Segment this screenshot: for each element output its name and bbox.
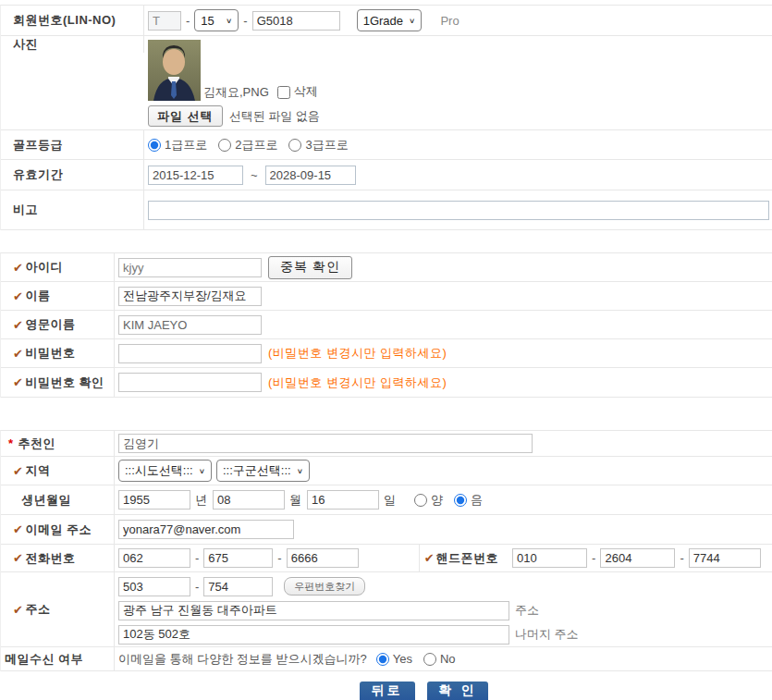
password-note: (비밀번호 변경시만 입력하세요): [268, 345, 447, 362]
mobile-part3-field[interactable]: [689, 548, 761, 568]
referrer-field[interactable]: [118, 434, 533, 453]
photo-filename: 김재요,PNG: [203, 84, 269, 101]
golf-grade1-label: 1급프로: [165, 137, 207, 154]
file-select-button[interactable]: 파일 선택: [148, 105, 223, 127]
required-check-icon: ✔: [13, 318, 23, 332]
month-unit: 월: [289, 492, 301, 509]
id-row: ✔ 아이디 중복 확인: [1, 253, 772, 282]
mail-yes-radio[interactable]: [376, 653, 389, 666]
phone-label: ✔ 전화번호: [1, 545, 115, 571]
tilde-separator: ~: [251, 168, 258, 182]
confirm-button[interactable]: 확 인: [427, 682, 489, 700]
validity-row: 유효기간 ~: [1, 160, 772, 190]
eng-name-label: ✔ 영문이름: [1, 311, 115, 338]
validity-to-field[interactable]: [265, 166, 356, 185]
required-check-icon: ✔: [13, 261, 23, 275]
grade-value: 1Grade: [363, 14, 403, 28]
golf-grade2-radio[interactable]: [218, 139, 231, 152]
phone-label-text: 전화번호: [25, 550, 75, 567]
dash-separator: -: [592, 551, 595, 565]
sido-select[interactable]: :::시도선택::: ∨: [118, 460, 212, 482]
grade-select[interactable]: 1Grade ∨: [357, 9, 423, 31]
validity-label: 유효기간: [1, 160, 144, 190]
email-row: ✔ 이메일 주소: [1, 515, 772, 545]
pro-text: Pro: [440, 14, 459, 28]
region-label-text: 지역: [25, 462, 50, 479]
email-field[interactable]: [118, 520, 294, 539]
phone-part2-field[interactable]: [203, 548, 273, 568]
validity-from-field[interactable]: [148, 166, 243, 185]
id-field[interactable]: [118, 258, 262, 277]
gugun-select[interactable]: :::구군선택::: ∨: [216, 460, 310, 482]
password-label-text: 비밀번호: [25, 345, 75, 362]
mail-opt-row: 메일수신 여부 이메일을 통해 다양한 정보를 받으시겠습니까? Yes No: [1, 647, 772, 671]
password-confirm-field[interactable]: [118, 373, 262, 392]
name-field[interactable]: [118, 287, 262, 306]
chevron-down-icon: ∨: [199, 467, 205, 475]
photo-label: 사진: [1, 36, 144, 53]
birth-year-field[interactable]: [118, 490, 190, 510]
dash-separator: -: [195, 551, 199, 565]
phone-row: ✔ 전화번호 - - ✔ 핸드폰번호 - -: [1, 545, 772, 572]
member-no-part1-field[interactable]: [148, 11, 181, 31]
required-check-icon: ✔: [13, 464, 23, 478]
birth-month-field[interactable]: [213, 490, 285, 510]
eng-name-field[interactable]: [118, 315, 262, 335]
member-no-part2-select[interactable]: 15 ∨: [194, 9, 239, 31]
required-check-icon: ✔: [13, 603, 23, 617]
golf-grade-row: 골프등급 1급프로 2급프로 3급프로: [1, 130, 772, 160]
zip2-field[interactable]: [203, 577, 273, 596]
mobile-part1-field[interactable]: [512, 548, 587, 568]
birth-day-field[interactable]: [307, 490, 379, 510]
back-button[interactable]: 뒤로: [360, 682, 415, 700]
sido-value: :::시도선택:::: [125, 462, 193, 479]
photo-delete-checkbox[interactable]: [277, 86, 290, 99]
address1-field[interactable]: [118, 601, 509, 620]
gugun-value: :::구군선택:::: [223, 462, 291, 479]
member-no-row: 회원번호(LIN-NO) - 15 ∨ - 1Grade ∨ Pro: [1, 6, 772, 36]
details-table: * 추천인 ✔ 지역 :::시도선택::: ∨ :::구군선택::: ∨ 생년월…: [0, 430, 772, 671]
photo-delete-label: 삭제: [294, 83, 318, 100]
note-label: 비고: [1, 190, 144, 229]
password-label: ✔ 비밀번호: [1, 339, 115, 367]
required-check-icon: ✔: [13, 522, 23, 536]
password-confirm-row: ✔ 비밀번호 확인 (비밀번호 변경시만 입력하세요): [1, 368, 772, 398]
password-confirm-label: ✔ 비밀번호 확인: [1, 368, 115, 397]
zip-search-button[interactable]: 우편번호찾기: [284, 577, 365, 596]
address2-field[interactable]: [118, 625, 509, 645]
mobile-part2-field[interactable]: [600, 548, 675, 568]
address-row: ✔ 주소 - 우편번호찾기 주소 나머지 주소: [1, 572, 772, 647]
chevron-down-icon: ∨: [409, 17, 415, 25]
email-label: ✔ 이메일 주소: [1, 515, 115, 544]
member-photo: [148, 40, 201, 101]
note-field[interactable]: [148, 201, 769, 220]
golf-grade3-radio[interactable]: [288, 139, 301, 152]
required-asterisk: *: [8, 436, 14, 450]
lunar-radio[interactable]: [454, 494, 467, 507]
password-confirm-label-text: 비밀번호 확인: [25, 375, 104, 391]
zip1-field[interactable]: [118, 577, 190, 596]
member-basic-table: 회원번호(LIN-NO) - 15 ∨ - 1Grade ∨ Pro 사진: [0, 5, 772, 230]
region-row: ✔ 지역 :::시도선택::: ∨ :::구군선택::: ∨: [1, 457, 772, 485]
mail-no-radio[interactable]: [423, 653, 436, 666]
golf-grade2-label: 2급프로: [235, 137, 277, 154]
password-field[interactable]: [118, 344, 262, 363]
required-check-icon: ✔: [13, 375, 23, 389]
solar-radio[interactable]: [414, 494, 427, 507]
phone-part1-field[interactable]: [118, 548, 190, 568]
member-no-part3-field[interactable]: [252, 11, 340, 31]
member-no-label: 회원번호(LIN-NO): [1, 6, 144, 35]
mail-opt-question: 이메일을 통해 다양한 정보를 받으시겠습니까?: [118, 651, 367, 668]
referrer-label-text: 추천인: [18, 436, 56, 452]
photo-row: 사진 김재요,PNG 삭제: [1, 36, 772, 130]
golf-grade1-radio[interactable]: [148, 139, 161, 152]
birth-label: 생년월일: [1, 485, 115, 514]
dash-separator: -: [680, 551, 683, 565]
cell-divider: [419, 545, 420, 571]
id-label-text: 아이디: [25, 259, 63, 276]
dash-separator: -: [186, 14, 190, 28]
dash-separator: -: [277, 551, 281, 565]
lunar-label: 음: [471, 492, 483, 509]
duplicate-check-button[interactable]: 중복 확인: [268, 256, 352, 279]
phone-part3-field[interactable]: [287, 548, 359, 568]
